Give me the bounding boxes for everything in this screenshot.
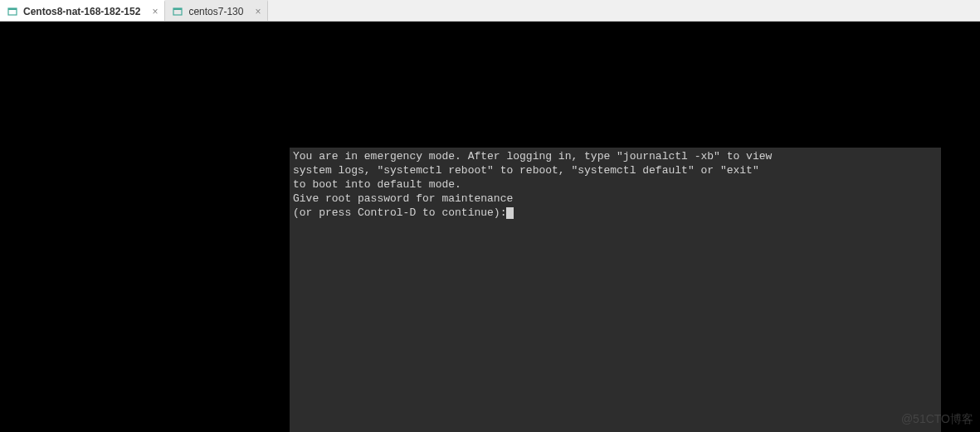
close-icon[interactable]: × (152, 6, 158, 17)
tab-bar: Centos8-nat-168-182-152 × centos7-130 × (0, 0, 980, 22)
console-line: system logs, "systemctl reboot" to reboo… (293, 164, 759, 177)
terminal-icon (172, 6, 183, 17)
tab-label: Centos8-nat-168-182-152 (23, 6, 140, 17)
console-line: to boot into default mode. (293, 178, 461, 191)
tab-centos8[interactable]: Centos8-nat-168-182-152 × (0, 0, 165, 21)
close-icon[interactable]: × (255, 6, 261, 17)
svg-rect-1 (8, 8, 17, 10)
console-window[interactable]: You are in emergency mode. After logging… (290, 148, 941, 432)
console-line: (or press Control-D to continue): (293, 206, 506, 219)
cursor (506, 207, 514, 219)
console-line: Give root password for maintenance (293, 192, 513, 205)
terminal-icon (7, 6, 18, 17)
tab-label: centos7-130 (188, 6, 243, 17)
watermark: @51CTO博客 (901, 412, 973, 427)
tab-centos7[interactable]: centos7-130 × (165, 0, 268, 21)
console-text: You are in emergency mode. After logging… (290, 148, 941, 221)
console-line: You are in emergency mode. After logging… (293, 150, 772, 163)
terminal-area[interactable]: You are in emergency mode. After logging… (0, 22, 980, 432)
svg-rect-3 (173, 8, 182, 10)
